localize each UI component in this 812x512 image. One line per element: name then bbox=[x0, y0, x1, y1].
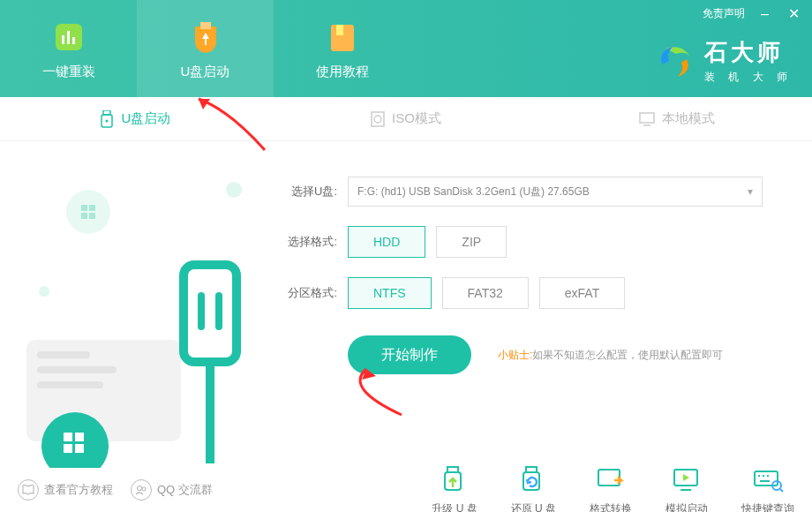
svg-rect-4 bbox=[200, 22, 211, 29]
svg-rect-17 bbox=[37, 366, 117, 373]
svg-rect-18 bbox=[37, 381, 103, 388]
iso-icon bbox=[371, 111, 385, 127]
nav-label: 使用教程 bbox=[316, 64, 369, 80]
disk-select[interactable]: F:G: (hd1) USB SanDisk 3.2Gen1 (U盘) 27.6… bbox=[348, 177, 763, 207]
footer: 查看官方教程 QQ 交流群 升级 U 盘 还原 U 盘 格式转换 模拟启动 快 bbox=[0, 468, 812, 512]
convert-icon bbox=[595, 464, 627, 496]
tab-label: ISO模式 bbox=[392, 110, 441, 127]
format-option-hdd[interactable]: HDD bbox=[348, 226, 425, 258]
usb-up-icon bbox=[439, 464, 470, 496]
monitor-play-icon bbox=[671, 464, 703, 496]
disk-label: 选择U盘: bbox=[274, 184, 337, 200]
disk-value: F:G: (hd1) USB SanDisk 3.2Gen1 (U盘) 27.6… bbox=[357, 184, 590, 200]
tool-hotkey-lookup[interactable]: 快捷键查询 bbox=[741, 464, 794, 513]
nav-label: 一键重装 bbox=[42, 64, 95, 80]
svg-point-9 bbox=[106, 119, 109, 122]
svg-point-11 bbox=[374, 116, 381, 123]
svg-rect-2 bbox=[67, 31, 70, 44]
svg-rect-20 bbox=[184, 265, 237, 362]
partition-label: 分区格式: bbox=[274, 285, 337, 301]
format-option-zip[interactable]: ZIP bbox=[436, 226, 507, 258]
svg-rect-35 bbox=[755, 471, 778, 486]
tip-label: 小贴士: bbox=[498, 349, 532, 361]
nav-reinstall[interactable]: 一键重装 bbox=[0, 0, 137, 97]
minimize-button[interactable]: – bbox=[757, 6, 772, 22]
nav-label: U盘启动 bbox=[181, 64, 230, 80]
tab-label: 本地模式 bbox=[662, 110, 715, 127]
tab-usb-boot[interactable]: U盘启动 bbox=[0, 97, 271, 140]
svg-rect-32 bbox=[598, 470, 620, 486]
nav-usb-boot[interactable]: U盘启动 bbox=[137, 0, 274, 97]
tool-label: 快捷键查询 bbox=[741, 501, 794, 513]
tool-restore-usb[interactable]: 还原 U 盘 bbox=[511, 464, 556, 513]
brand-title: 石大师 bbox=[704, 37, 793, 68]
svg-point-25 bbox=[39, 286, 49, 297]
close-button[interactable]: ✕ bbox=[785, 5, 803, 22]
footer-link-label: 查看官方教程 bbox=[44, 482, 113, 498]
tab-local[interactable]: 本地模式 bbox=[541, 97, 812, 140]
svg-rect-1 bbox=[62, 35, 64, 44]
keyboard-search-icon bbox=[752, 464, 784, 496]
svg-rect-10 bbox=[372, 112, 384, 126]
partition-option-exfat[interactable]: exFAT bbox=[539, 277, 625, 309]
partition-option-ntfs[interactable]: NTFS bbox=[348, 277, 432, 309]
tip-text: 如果不知道怎么配置，使用默认配置即可 bbox=[532, 349, 723, 361]
tab-label: U盘启动 bbox=[121, 110, 170, 127]
form-area: 选择U盘: F:G: (hd1) USB SanDisk 3.2Gen1 (U盘… bbox=[265, 141, 812, 468]
partition-option-fat32[interactable]: FAT32 bbox=[442, 277, 529, 309]
tool-simulate-boot[interactable]: 模拟启动 bbox=[665, 464, 708, 513]
tip: 小贴士:如果不知道怎么配置，使用默认配置即可 bbox=[498, 348, 723, 363]
svg-rect-12 bbox=[640, 113, 654, 123]
footer-tools: 升级 U 盘 还原 U 盘 格式转换 模拟启动 快捷键查询 bbox=[432, 464, 794, 513]
usb-restore-icon bbox=[517, 464, 549, 496]
tool-label: 模拟启动 bbox=[665, 501, 708, 513]
tool-label: 还原 U 盘 bbox=[511, 501, 556, 513]
svg-rect-16 bbox=[37, 351, 90, 358]
usb-icon bbox=[100, 110, 114, 128]
disclaimer-link[interactable]: 免责声明 bbox=[703, 6, 745, 21]
nav-tutorial[interactable]: 使用教程 bbox=[274, 0, 410, 97]
main-content: 选择U盘: F:G: (hd1) USB SanDisk 3.2Gen1 (U盘… bbox=[0, 141, 812, 468]
mode-tabs: U盘启动 ISO模式 本地模式 bbox=[0, 97, 812, 141]
illustration bbox=[0, 141, 265, 468]
tool-label: 格式转换 bbox=[590, 501, 632, 513]
people-icon bbox=[131, 479, 152, 501]
svg-point-27 bbox=[142, 487, 146, 491]
book-icon bbox=[323, 18, 362, 56]
start-button[interactable]: 开始制作 bbox=[348, 335, 471, 374]
brand-subtitle: 装 机 大 师 bbox=[704, 70, 793, 85]
format-label: 选择格式: bbox=[274, 234, 337, 250]
footer-qq-link[interactable]: QQ 交流群 bbox=[131, 479, 213, 501]
footer-tutorial-link[interactable]: 查看官方教程 bbox=[18, 479, 113, 501]
svg-rect-3 bbox=[72, 37, 75, 44]
window-controls: 免责声明 – ✕ bbox=[703, 5, 803, 22]
svg-rect-6 bbox=[336, 25, 343, 35]
tab-iso[interactable]: ISO模式 bbox=[271, 97, 542, 140]
brand: 石大师 装 机 大 师 bbox=[657, 37, 793, 85]
svg-line-41 bbox=[780, 489, 783, 492]
book-open-icon bbox=[18, 479, 39, 501]
monitor-icon bbox=[639, 112, 655, 126]
svg-point-14 bbox=[66, 190, 110, 234]
footer-link-label: QQ 交流群 bbox=[157, 482, 213, 498]
bar-chart-icon bbox=[49, 18, 88, 56]
tool-format-convert[interactable]: 格式转换 bbox=[590, 464, 632, 513]
svg-point-24 bbox=[226, 182, 242, 198]
brand-logo-icon bbox=[657, 41, 695, 80]
app-header: 一键重装 U盘启动 使用教程 免责声明 – ✕ 石大师 装 机 大 师 bbox=[0, 0, 812, 97]
chevron-down-icon: ▾ bbox=[748, 185, 753, 198]
svg-point-26 bbox=[138, 486, 142, 491]
usb-shield-icon bbox=[186, 18, 225, 56]
tool-label: 升级 U 盘 bbox=[432, 501, 477, 513]
tool-upgrade-usb[interactable]: 升级 U 盘 bbox=[432, 464, 477, 513]
